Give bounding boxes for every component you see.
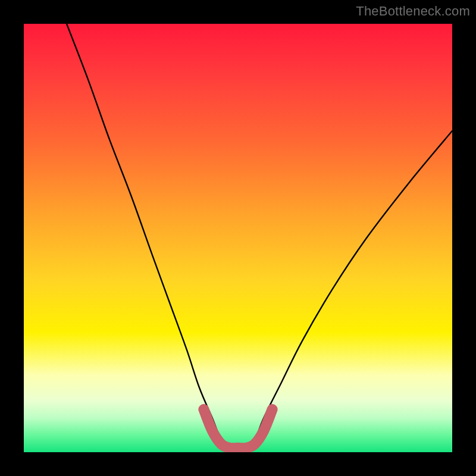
bottleneck-curve [67,24,452,450]
tolerance-band [203,409,272,448]
watermark-text: TheBottleneck.com [356,4,470,19]
plot-area [24,24,452,452]
chart-frame: TheBottleneck.com [0,0,476,476]
curve-svg [24,24,452,452]
